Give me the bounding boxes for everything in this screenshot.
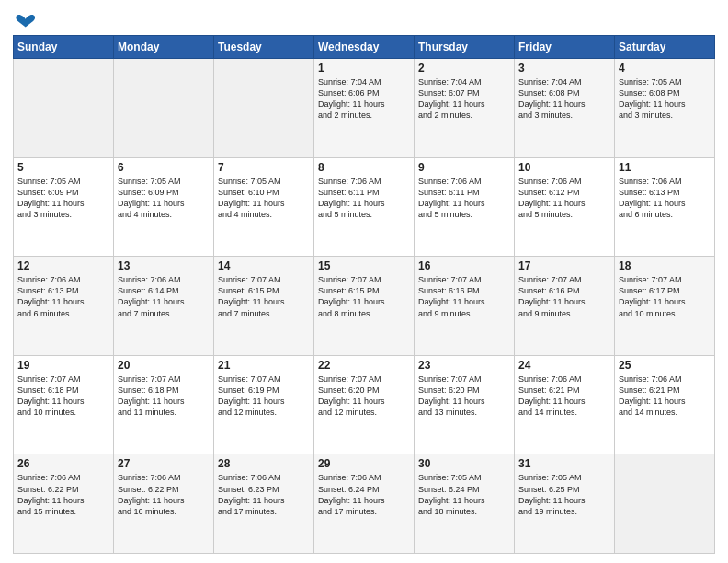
calendar-cell: 30Sunrise: 7:05 AM Sunset: 6:24 PM Dayli… <box>415 454 515 554</box>
day-number: 29 <box>318 457 410 470</box>
calendar-cell: 4Sunrise: 7:05 AM Sunset: 6:08 PM Daylig… <box>615 59 715 158</box>
cell-info: Sunrise: 7:05 AM Sunset: 6:10 PM Dayligh… <box>218 176 310 221</box>
day-number: 22 <box>318 359 410 372</box>
cell-info: Sunrise: 7:05 AM Sunset: 6:25 PM Dayligh… <box>518 472 610 517</box>
day-number: 19 <box>17 359 109 372</box>
cell-info: Sunrise: 7:07 AM Sunset: 6:19 PM Dayligh… <box>218 373 310 419</box>
calendar-cell: 2Sunrise: 7:04 AM Sunset: 6:07 PM Daylig… <box>415 59 515 158</box>
calendar-cell: 23Sunrise: 7:07 AM Sunset: 6:20 PM Dayli… <box>415 355 515 454</box>
page: SundayMondayTuesdayWednesdayThursdayFrid… <box>0 0 728 563</box>
day-number: 31 <box>518 457 610 470</box>
day-number: 24 <box>518 359 610 372</box>
calendar-cell <box>615 454 715 554</box>
calendar-cell: 10Sunrise: 7:06 AM Sunset: 6:12 PM Dayli… <box>515 157 615 257</box>
calendar-cell <box>214 59 314 158</box>
weekday-header-monday: Monday <box>114 36 214 59</box>
cell-info: Sunrise: 7:06 AM Sunset: 6:13 PM Dayligh… <box>619 176 711 221</box>
calendar-cell: 8Sunrise: 7:06 AM Sunset: 6:11 PM Daylig… <box>314 157 415 257</box>
cell-info: Sunrise: 7:06 AM Sunset: 6:22 PM Dayligh… <box>17 472 109 517</box>
day-number: 4 <box>619 62 711 75</box>
cell-info: Sunrise: 7:04 AM Sunset: 6:07 PM Dayligh… <box>418 76 510 121</box>
calendar-cell: 14Sunrise: 7:07 AM Sunset: 6:15 PM Dayli… <box>214 257 314 356</box>
cell-info: Sunrise: 7:07 AM Sunset: 6:16 PM Dayligh… <box>418 274 510 319</box>
cell-info: Sunrise: 7:07 AM Sunset: 6:15 PM Dayligh… <box>218 274 310 319</box>
day-number: 13 <box>118 259 210 272</box>
cell-info: Sunrise: 7:07 AM Sunset: 6:20 PM Dayligh… <box>418 373 510 419</box>
logo <box>13 13 35 29</box>
header <box>13 9 715 29</box>
day-number: 21 <box>218 359 310 372</box>
calendar-cell: 7Sunrise: 7:05 AM Sunset: 6:10 PM Daylig… <box>214 157 314 257</box>
day-number: 12 <box>17 259 109 272</box>
cell-info: Sunrise: 7:07 AM Sunset: 6:18 PM Dayligh… <box>17 373 109 419</box>
weekday-header-friday: Friday <box>515 36 615 59</box>
cell-info: Sunrise: 7:07 AM Sunset: 6:15 PM Dayligh… <box>318 274 410 319</box>
calendar-cell: 1Sunrise: 7:04 AM Sunset: 6:06 PM Daylig… <box>314 59 415 158</box>
day-number: 18 <box>619 259 711 272</box>
calendar-cell: 9Sunrise: 7:06 AM Sunset: 6:11 PM Daylig… <box>415 157 515 257</box>
calendar-week-row: 1Sunrise: 7:04 AM Sunset: 6:06 PM Daylig… <box>14 59 715 158</box>
cell-info: Sunrise: 7:04 AM Sunset: 6:06 PM Dayligh… <box>318 76 410 121</box>
calendar-cell: 11Sunrise: 7:06 AM Sunset: 6:13 PM Dayli… <box>615 157 715 257</box>
day-number: 2 <box>418 62 510 75</box>
day-number: 10 <box>518 161 610 174</box>
weekday-header-saturday: Saturday <box>615 36 715 59</box>
cell-info: Sunrise: 7:05 AM Sunset: 6:08 PM Dayligh… <box>619 76 711 121</box>
day-number: 27 <box>118 457 210 470</box>
day-number: 3 <box>518 62 610 75</box>
calendar-week-row: 12Sunrise: 7:06 AM Sunset: 6:13 PM Dayli… <box>14 257 715 356</box>
calendar-cell: 17Sunrise: 7:07 AM Sunset: 6:16 PM Dayli… <box>515 257 615 356</box>
calendar-week-row: 19Sunrise: 7:07 AM Sunset: 6:18 PM Dayli… <box>14 355 715 454</box>
weekday-header-sunday: Sunday <box>14 36 114 59</box>
calendar-table: SundayMondayTuesdayWednesdayThursdayFrid… <box>13 35 715 554</box>
day-number: 7 <box>218 161 310 174</box>
calendar-cell <box>14 59 114 158</box>
cell-info: Sunrise: 7:06 AM Sunset: 6:23 PM Dayligh… <box>218 472 310 517</box>
calendar-week-row: 26Sunrise: 7:06 AM Sunset: 6:22 PM Dayli… <box>14 454 715 554</box>
day-number: 30 <box>418 457 510 470</box>
weekday-header-row: SundayMondayTuesdayWednesdayThursdayFrid… <box>14 36 715 59</box>
calendar-cell: 19Sunrise: 7:07 AM Sunset: 6:18 PM Dayli… <box>14 355 114 454</box>
cell-info: Sunrise: 7:07 AM Sunset: 6:20 PM Dayligh… <box>318 373 410 419</box>
day-number: 20 <box>118 359 210 372</box>
day-number: 14 <box>218 259 310 272</box>
cell-info: Sunrise: 7:06 AM Sunset: 6:12 PM Dayligh… <box>518 176 610 221</box>
cell-info: Sunrise: 7:06 AM Sunset: 6:24 PM Dayligh… <box>318 472 410 517</box>
calendar-cell: 26Sunrise: 7:06 AM Sunset: 6:22 PM Dayli… <box>14 454 114 554</box>
cell-info: Sunrise: 7:05 AM Sunset: 6:09 PM Dayligh… <box>118 176 210 221</box>
calendar-cell: 27Sunrise: 7:06 AM Sunset: 6:22 PM Dayli… <box>114 454 214 554</box>
cell-info: Sunrise: 7:05 AM Sunset: 6:24 PM Dayligh… <box>418 472 510 517</box>
calendar-cell: 3Sunrise: 7:04 AM Sunset: 6:08 PM Daylig… <box>515 59 615 158</box>
day-number: 9 <box>418 161 510 174</box>
calendar-cell: 15Sunrise: 7:07 AM Sunset: 6:15 PM Dayli… <box>314 257 415 356</box>
cell-info: Sunrise: 7:06 AM Sunset: 6:11 PM Dayligh… <box>418 176 510 221</box>
calendar-cell: 21Sunrise: 7:07 AM Sunset: 6:19 PM Dayli… <box>214 355 314 454</box>
calendar-week-row: 5Sunrise: 7:05 AM Sunset: 6:09 PM Daylig… <box>14 157 715 257</box>
day-number: 23 <box>418 359 510 372</box>
weekday-header-tuesday: Tuesday <box>214 36 314 59</box>
day-number: 5 <box>17 161 109 174</box>
cell-info: Sunrise: 7:07 AM Sunset: 6:17 PM Dayligh… <box>619 274 711 319</box>
cell-info: Sunrise: 7:06 AM Sunset: 6:11 PM Dayligh… <box>318 176 410 221</box>
day-number: 6 <box>118 161 210 174</box>
calendar-cell: 16Sunrise: 7:07 AM Sunset: 6:16 PM Dayli… <box>415 257 515 356</box>
cell-info: Sunrise: 7:07 AM Sunset: 6:18 PM Dayligh… <box>118 373 210 419</box>
calendar-cell: 31Sunrise: 7:05 AM Sunset: 6:25 PM Dayli… <box>515 454 615 554</box>
weekday-header-thursday: Thursday <box>415 36 515 59</box>
calendar-cell: 29Sunrise: 7:06 AM Sunset: 6:24 PM Dayli… <box>314 454 415 554</box>
calendar-cell <box>114 59 214 158</box>
cell-info: Sunrise: 7:06 AM Sunset: 6:22 PM Dayligh… <box>118 472 210 517</box>
calendar-cell: 13Sunrise: 7:06 AM Sunset: 6:14 PM Dayli… <box>114 257 214 356</box>
calendar-cell: 12Sunrise: 7:06 AM Sunset: 6:13 PM Dayli… <box>14 257 114 356</box>
calendar-cell: 22Sunrise: 7:07 AM Sunset: 6:20 PM Dayli… <box>314 355 415 454</box>
day-number: 8 <box>318 161 410 174</box>
cell-info: Sunrise: 7:04 AM Sunset: 6:08 PM Dayligh… <box>518 76 610 121</box>
calendar-cell: 6Sunrise: 7:05 AM Sunset: 6:09 PM Daylig… <box>114 157 214 257</box>
cell-info: Sunrise: 7:06 AM Sunset: 6:21 PM Dayligh… <box>619 373 711 419</box>
cell-info: Sunrise: 7:07 AM Sunset: 6:16 PM Dayligh… <box>518 274 610 319</box>
day-number: 1 <box>318 62 410 75</box>
cell-info: Sunrise: 7:06 AM Sunset: 6:14 PM Dayligh… <box>118 274 210 319</box>
day-number: 26 <box>17 457 109 470</box>
cell-info: Sunrise: 7:06 AM Sunset: 6:21 PM Dayligh… <box>518 373 610 419</box>
cell-info: Sunrise: 7:06 AM Sunset: 6:13 PM Dayligh… <box>17 274 109 319</box>
